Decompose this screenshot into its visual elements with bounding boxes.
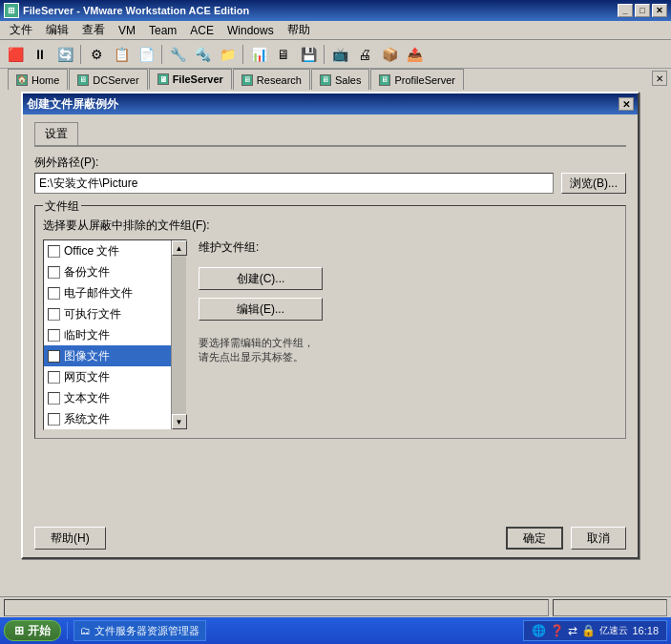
list-item[interactable]: 临时文件	[44, 324, 171, 345]
tab-bar-close-btn[interactable]: ✕	[652, 71, 667, 86]
group-select-label: 选择要从屏蔽中排除的文件组(F):	[43, 218, 618, 234]
tab-sales-icon: 🖥	[320, 74, 331, 86]
list-item[interactable]: 可执行文件	[44, 303, 171, 324]
toolbar-btn-14[interactable]: 📤	[403, 43, 426, 66]
browse-button[interactable]: 浏览(B)...	[561, 173, 626, 194]
menu-file[interactable]: 文件	[4, 20, 38, 40]
tab-profileserver-icon: 🖥	[379, 74, 390, 86]
right-panel: 维护文件组: 创建(C)... 编辑(E)... 要选择需编辑的文件组，请先点出…	[199, 239, 323, 430]
app-icon: ⊞	[4, 3, 19, 18]
edit-button[interactable]: 编辑(E)...	[199, 298, 323, 321]
list-item[interactable]: 网页文件	[44, 366, 171, 387]
toolbar-pause-btn[interactable]: ⏸	[29, 43, 52, 66]
tab-home[interactable]: 🏠 Home	[8, 69, 68, 90]
checkbox-7[interactable]	[48, 392, 60, 405]
start-icon: ⊞	[14, 624, 24, 637]
toolbar-btn-10[interactable]: 💾	[297, 43, 320, 66]
taskbar-tray: 🌐 ❓ ⇄ 🔒 亿速云 16:18	[523, 620, 667, 641]
menu-edit[interactable]: 编辑	[40, 20, 74, 40]
menu-team[interactable]: Team	[143, 22, 182, 39]
dialog: 创建文件屏蔽例外 ✕ 设置 例外路径(P): 浏览(B)... 文件组 选择要从…	[21, 92, 640, 559]
list-item[interactable]: 系统文件	[44, 408, 171, 429]
checkbox-5[interactable]: ✓	[48, 350, 60, 363]
tab-profileserver[interactable]: 🖥 ProfileServer	[370, 69, 464, 90]
tray-network-icon: 🌐	[532, 624, 546, 637]
menu-bar: 文件 编辑 查看 VM Team ACE Windows 帮助	[0, 21, 671, 40]
tray-transfer-icon: ⇄	[568, 624, 577, 637]
create-button[interactable]: 创建(C)...	[199, 267, 323, 290]
toolbar-reset-btn[interactable]: 🔄	[53, 43, 76, 66]
taskbar-time: 16:18	[632, 625, 659, 636]
dialog-footer: 帮助(H) 确定 取消	[23, 527, 638, 550]
file-list[interactable]: Office 文件 备份文件 电子邮件文件 可执行文件	[44, 240, 171, 429]
scroll-up-arrow[interactable]: ▲	[172, 240, 187, 256]
checkbox-6[interactable]	[48, 371, 60, 384]
dialog-tab-settings[interactable]: 设置	[34, 122, 78, 145]
tray-logo: 亿速云	[599, 624, 628, 637]
tab-profileserver-label: ProfileServer	[394, 74, 455, 86]
ok-button[interactable]: 确定	[506, 527, 563, 550]
cancel-button[interactable]: 取消	[571, 527, 626, 550]
menu-vm[interactable]: VM	[113, 22, 141, 39]
title-bar: ⊞ FileServer - VMware Workstation ACE Ed…	[0, 0, 671, 21]
checkbox-0[interactable]	[48, 245, 60, 258]
list-item[interactable]: Office 文件	[44, 240, 171, 261]
toolbar-btn-12[interactable]: 🖨	[353, 43, 376, 66]
start-button[interactable]: ⊞ 开始	[4, 620, 61, 641]
toolbar-btn-5[interactable]: 🔧	[166, 43, 189, 66]
toolbar-btn-8[interactable]: 📊	[247, 43, 270, 66]
tab-dcserver-label: DCServer	[93, 74, 138, 86]
minimize-button[interactable]: _	[618, 4, 633, 17]
checkbox-4[interactable]	[48, 329, 60, 342]
toolbar-sep-2	[161, 45, 162, 64]
toolbar-btn-4[interactable]: 📄	[135, 43, 157, 66]
list-item[interactable]: 备份文件	[44, 261, 171, 282]
toolbar-btn-11[interactable]: 📺	[328, 43, 351, 66]
group-inner: Office 文件 备份文件 电子邮件文件 可执行文件	[43, 239, 618, 430]
tab-home-icon: 🏠	[16, 74, 28, 86]
help-button[interactable]: 帮助(H)	[34, 527, 106, 550]
toolbar-btn-7[interactable]: 📁	[216, 43, 239, 66]
toolbar-sep-4	[324, 45, 325, 64]
list-item[interactable]: 文本文件	[44, 387, 171, 408]
status-bar	[0, 596, 671, 617]
close-button[interactable]: ✕	[652, 4, 667, 17]
tray-help-icon: ❓	[550, 624, 564, 637]
toolbar-btn-13[interactable]: 📦	[378, 43, 401, 66]
maintain-label: 维护文件组:	[199, 239, 323, 256]
checkbox-8[interactable]	[48, 413, 60, 426]
taskbar-filemanager[interactable]: 🗂 文件服务器资源管理器	[73, 620, 206, 641]
toolbar-power-btn[interactable]: 🟥	[4, 43, 27, 66]
toolbar-sep-3	[242, 45, 243, 64]
tab-sales[interactable]: 🖥 Sales	[311, 69, 370, 90]
list-item[interactable]: 电子邮件文件	[44, 282, 171, 303]
toolbar-btn-2[interactable]: ⚙	[85, 43, 108, 66]
menu-help[interactable]: 帮助	[282, 20, 316, 40]
toolbar-btn-3[interactable]: 📋	[110, 43, 133, 66]
menu-windows[interactable]: Windows	[221, 22, 280, 39]
checkbox-1[interactable]	[48, 266, 60, 279]
toolbar-btn-6[interactable]: 🔩	[191, 43, 214, 66]
path-input[interactable]	[34, 173, 554, 194]
checkbox-3[interactable]	[48, 308, 60, 321]
restore-button[interactable]: □	[635, 4, 650, 17]
tab-fileserver[interactable]: 🖥 FileServer	[149, 69, 232, 90]
toolbar: 🟥 ⏸ 🔄 ⚙ 📋 📄 🔧 🔩 📁 📊 🖥 💾 📺 🖨 📦 📤	[0, 40, 671, 69]
toolbar-btn-9[interactable]: 🖥	[272, 43, 295, 66]
tab-research[interactable]: 🖥 Research	[233, 69, 310, 90]
hint-text: 要选择需编辑的文件组，请先点出显示其标签。	[199, 336, 323, 365]
dialog-close-button[interactable]: ✕	[619, 97, 634, 111]
list-item-selected[interactable]: ✓ 图像文件	[44, 345, 171, 366]
path-row: 浏览(B)...	[34, 173, 626, 194]
dialog-title-bar: 创建文件屏蔽例外 ✕	[23, 93, 638, 114]
list-scrollbar[interactable]: ▲ ▼	[171, 240, 186, 429]
scroll-down-arrow[interactable]: ▼	[172, 414, 187, 429]
group-box-title: 文件组	[43, 198, 81, 215]
tab-dcserver[interactable]: 🖥 DCServer	[69, 69, 147, 90]
scroll-thumb[interactable]	[172, 256, 186, 414]
path-label: 例外路径(P):	[34, 155, 626, 171]
menu-ace[interactable]: ACE	[184, 22, 220, 39]
menu-view[interactable]: 查看	[76, 20, 111, 40]
tab-fileserver-icon: 🖥	[157, 73, 169, 85]
checkbox-2[interactable]	[48, 287, 60, 300]
